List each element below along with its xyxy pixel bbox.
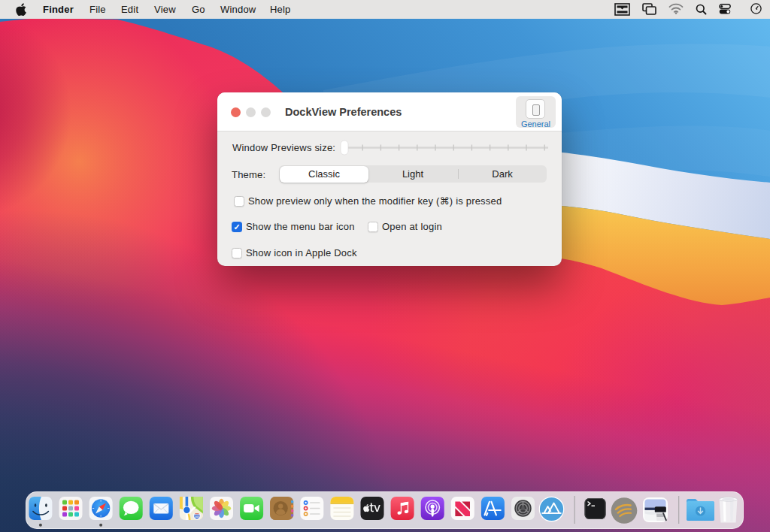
svg-text:101: 101 — [194, 515, 200, 518]
